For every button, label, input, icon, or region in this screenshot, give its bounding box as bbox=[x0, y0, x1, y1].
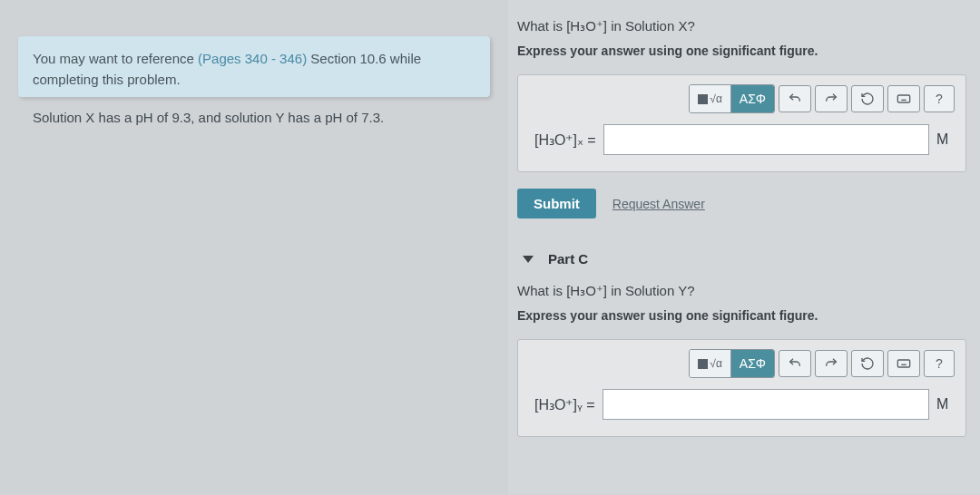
toolbar-b: √α ΑΣΦ ? bbox=[518, 75, 965, 124]
help-button-c[interactable]: ? bbox=[924, 350, 955, 377]
templates-button-c[interactable]: √α bbox=[690, 350, 731, 377]
chevron-down-icon bbox=[523, 256, 534, 263]
reference-hint: You may want to reference (Pages 340 - 3… bbox=[18, 36, 490, 97]
lhs-c: [H₃O⁺]ᵧ = bbox=[534, 396, 595, 413]
reset-button-c[interactable] bbox=[851, 350, 884, 377]
question-b: What is [H₃O⁺] in Solution X? bbox=[517, 18, 966, 34]
question-c: What is [H₃O⁺] in Solution Y? bbox=[517, 283, 966, 299]
pages-link[interactable]: (Pages 340 - 346) bbox=[198, 51, 307, 66]
part-c-section: What is [H₃O⁺] in Solution Y? Express yo… bbox=[517, 283, 966, 437]
reset-icon bbox=[860, 356, 875, 371]
undo-icon bbox=[788, 92, 802, 106]
keyboard-button[interactable] bbox=[887, 85, 920, 112]
help-button[interactable]: ? bbox=[924, 85, 955, 112]
lhs-b: [H₃O⁺]ₓ = bbox=[534, 131, 596, 149]
part-c-header[interactable]: Part C bbox=[517, 244, 966, 283]
special-chars-button-c[interactable]: ΑΣΦ bbox=[731, 350, 774, 377]
request-answer-link[interactable]: Request Answer bbox=[612, 197, 705, 211]
keyboard-icon bbox=[897, 356, 911, 371]
redo-icon bbox=[824, 356, 838, 371]
answer-input-c[interactable] bbox=[603, 389, 929, 420]
keyboard-button-c[interactable] bbox=[887, 350, 920, 377]
instruction-c: Express your answer using one significan… bbox=[517, 308, 966, 323]
part-c-label: Part C bbox=[548, 251, 588, 267]
undo-button[interactable] bbox=[779, 85, 811, 112]
special-chars-button[interactable]: ΑΣΦ bbox=[731, 85, 774, 112]
part-b-section: What is [H₃O⁺] in Solution X? Express yo… bbox=[517, 18, 966, 218]
submit-button[interactable]: Submit bbox=[517, 189, 596, 218]
unit-c: M bbox=[936, 396, 955, 412]
undo-icon bbox=[788, 356, 802, 371]
templates-button[interactable]: √α bbox=[690, 85, 731, 112]
answer-input-b[interactable] bbox=[603, 124, 929, 155]
redo-button[interactable] bbox=[815, 85, 848, 112]
reset-button[interactable] bbox=[851, 85, 884, 112]
toolbar-c: √α ΑΣΦ ? bbox=[518, 340, 965, 389]
redo-button-c[interactable] bbox=[815, 350, 848, 377]
svg-rect-0 bbox=[897, 95, 909, 102]
keyboard-icon bbox=[897, 92, 911, 106]
hint-text-prefix: You may want to reference bbox=[33, 51, 198, 66]
problem-statement: Solution X has a pH of 9.3, and solution… bbox=[18, 101, 490, 136]
instruction-b: Express your answer using one significan… bbox=[517, 44, 966, 58]
answer-panel-b: √α ΑΣΦ ? bbox=[517, 74, 966, 172]
answer-panel-c: √α ΑΣΦ ? bbox=[517, 339, 966, 437]
redo-icon bbox=[824, 92, 838, 106]
reset-icon bbox=[860, 92, 875, 106]
unit-b: M bbox=[936, 131, 955, 148]
undo-button-c[interactable] bbox=[779, 350, 811, 377]
svg-rect-6 bbox=[897, 360, 909, 367]
